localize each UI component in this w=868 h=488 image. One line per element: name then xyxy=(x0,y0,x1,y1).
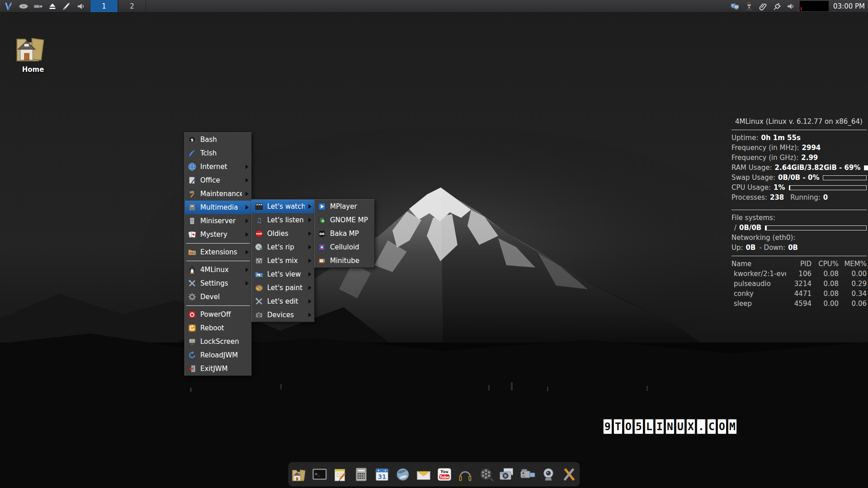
menu-item-bash[interactable]: $ Bash xyxy=(185,133,251,146)
watermark-char: T xyxy=(613,419,623,434)
penguin-icon xyxy=(188,265,197,274)
dock-item-calculator[interactable] xyxy=(352,465,370,483)
dock-item-xorg[interactable] xyxy=(560,465,578,483)
paperclip-tray-icon[interactable] xyxy=(758,1,768,11)
menu-item-miniserver[interactable]: Miniserver xyxy=(185,214,251,228)
net-down-value: 0B xyxy=(788,243,798,253)
watermark-char: I xyxy=(655,419,664,434)
user-tray-icon[interactable] xyxy=(744,1,754,11)
menu-item-internet[interactable]: Internet xyxy=(185,160,251,174)
volume-tray-icon[interactable] xyxy=(786,1,796,11)
swap-label: Swap Usage: xyxy=(731,173,775,183)
dock-item-webcam[interactable] xyxy=(539,465,557,483)
load-graph-widget[interactable] xyxy=(800,1,829,11)
usb-stick-icon[interactable] xyxy=(33,1,43,11)
menu-item-minitube[interactable]: Minitube xyxy=(315,254,374,267)
menu-item-label: Let's listen xyxy=(267,216,305,224)
hammer-icon xyxy=(188,189,197,198)
terminal-icon: >_ xyxy=(311,466,328,483)
menu-item-lets-rip[interactable]: Let's rip xyxy=(252,240,314,254)
dock-item-terminal[interactable]: >_ xyxy=(311,465,329,483)
menu-item-lets-edit[interactable]: Let's edit xyxy=(252,295,314,308)
menu-item-lets-listen[interactable]: ♫ Let's listen xyxy=(252,213,314,227)
menu-item-multimedia[interactable]: Multimedia xyxy=(185,201,251,214)
menu-item-label: Let's edit xyxy=(267,297,305,305)
ram-label: RAM Usage: xyxy=(731,163,772,173)
submenu-arrow-icon xyxy=(245,281,249,286)
menu-item-devices[interactable]: Devices xyxy=(252,308,314,322)
dock-item-calendar[interactable]: 31 xyxy=(373,465,391,483)
dock-item-videos[interactable] xyxy=(519,465,537,483)
workspace-button-2[interactable]: 2 xyxy=(118,0,146,12)
volume-icon[interactable] xyxy=(76,1,86,11)
crossed-tools-icon xyxy=(255,297,264,306)
midi-icon: midi xyxy=(255,229,264,238)
menu-item-extensions[interactable]: Extensions xyxy=(185,245,251,259)
menu-item-label: Let's rip xyxy=(267,243,305,251)
swap-bar xyxy=(823,175,867,180)
unmount-tool-icon[interactable] xyxy=(61,1,72,11)
workspace-button-1[interactable]: 1 xyxy=(90,0,118,12)
power-plug-tray-icon[interactable] xyxy=(772,1,782,11)
menu-item-settings[interactable]: Settings xyxy=(185,277,251,290)
submenu-arrow-icon xyxy=(308,286,311,290)
lock-screen-icon xyxy=(188,337,197,346)
dock-item-notes[interactable] xyxy=(331,465,349,483)
menu-item-lets-mix[interactable]: Let's mix xyxy=(252,254,314,267)
fourmlinux-logo-icon[interactable] xyxy=(4,1,14,11)
menu-item-mplayer[interactable]: MPlayer xyxy=(315,200,374,213)
menu-item-lets-paint[interactable]: Let's paint xyxy=(252,281,314,295)
menu-item-exitjwm[interactable]: ExitJWM xyxy=(185,362,251,375)
video-camera-icon xyxy=(519,466,536,483)
menu-item-4mlinux[interactable]: 4MLinux xyxy=(185,263,251,277)
cdrom-icon[interactable] xyxy=(18,1,28,11)
dock-item-mail[interactable] xyxy=(415,465,433,483)
menu-item-reboot[interactable]: Reboot xyxy=(185,321,251,335)
menu-item-poweroff[interactable]: PowerOff xyxy=(185,308,251,321)
menu-item-reloadjwm[interactable]: ReloadJWM xyxy=(185,348,251,362)
panel-launchers xyxy=(0,0,90,12)
dock-item-music[interactable] xyxy=(456,465,474,483)
svg-text:Tube: Tube xyxy=(439,475,449,479)
cpu-value: 1% xyxy=(774,183,785,192)
mail-envelope-icon xyxy=(415,466,432,483)
webcam-icon xyxy=(540,466,557,483)
menu-item-label: Let's watch xyxy=(267,202,305,211)
calendar-icon: 31 xyxy=(373,466,391,483)
process-pid: 4594 xyxy=(786,299,811,309)
menu-item-mystery[interactable]: ♥ Mystery xyxy=(185,228,251,241)
desktop-icon-home[interactable]: Home xyxy=(14,32,52,74)
menu-item-maintenance[interactable]: Maintenance xyxy=(185,187,251,201)
watermark-char: 5 xyxy=(634,419,643,434)
menu-item-office[interactable]: Office xyxy=(185,174,251,187)
menu-item-tclsh[interactable]: Tclsh xyxy=(185,146,251,160)
menu-item-lets-watch[interactable]: Let's watch xyxy=(252,200,314,213)
photo-camera-icon xyxy=(498,466,515,483)
fs-value: 0B/0B xyxy=(739,223,761,233)
desktop: 1 2 03:00 PM xyxy=(0,0,868,488)
film-reel-icon xyxy=(477,466,495,483)
network-tray-icon[interactable] xyxy=(730,1,740,11)
dock-item-browser[interactable] xyxy=(394,465,412,483)
menu-item-gnome-mp[interactable]: GNOME MP xyxy=(315,213,374,227)
dock-item-movies[interactable] xyxy=(477,465,495,483)
calculator-icon xyxy=(353,466,370,483)
menu-item-oldies[interactable]: midi Oldies xyxy=(252,227,314,240)
menu-item-label: Let's paint xyxy=(267,284,305,292)
celluloid-icon xyxy=(317,243,326,252)
menu-item-label: Devices xyxy=(267,311,305,319)
dock-item-photos[interactable] xyxy=(498,465,516,483)
watermark-char: M xyxy=(728,419,737,434)
dock-item-home[interactable] xyxy=(290,465,308,483)
menu-item-lockscreen[interactable]: LockScreen xyxy=(185,335,251,348)
menu-item-label: Baka MP xyxy=(330,230,372,238)
dock-item-youtube[interactable]: YouTube xyxy=(435,465,453,483)
menu-item-baka-mp[interactable]: Baka MP xyxy=(315,227,374,240)
menu-item-devel[interactable]: Devel xyxy=(185,290,251,304)
crossed-tools-icon xyxy=(188,279,197,288)
submenu-arrow-icon xyxy=(308,231,311,236)
eject-icon[interactable] xyxy=(47,1,57,11)
menu-item-lets-view[interactable]: Let's view xyxy=(252,267,314,281)
watermark-char: U xyxy=(676,419,685,434)
menu-item-celluloid[interactable]: Celluloid xyxy=(315,240,374,254)
